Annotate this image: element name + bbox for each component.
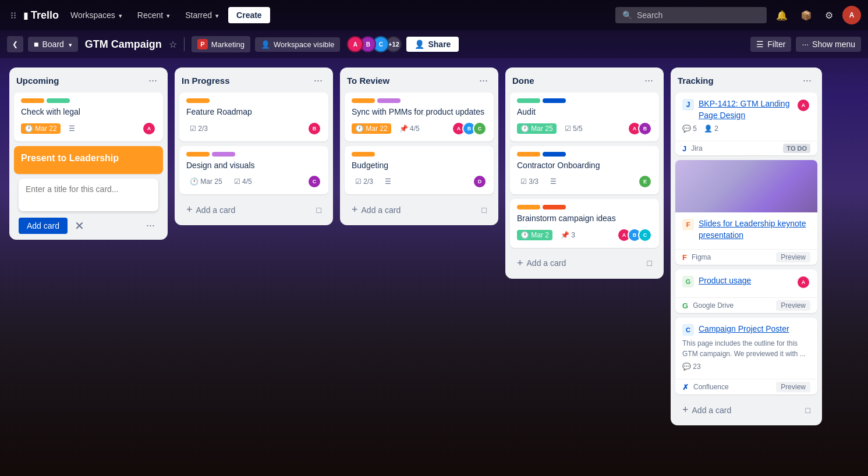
filter-button[interactable]: ☰ Filter — [750, 37, 791, 52]
figma-icon: F — [682, 219, 694, 230]
card-audit[interactable]: Audit 🕐 Mar 25 ☑ 5/5 A B — [510, 93, 659, 141]
preview-button-confluence[interactable]: Preview — [776, 382, 810, 392]
plus-icon: + — [352, 204, 358, 216]
star-board-button[interactable]: ☆ — [169, 39, 177, 50]
preview-button-figma[interactable]: Preview — [776, 252, 810, 262]
card-design-visuals[interactable]: Design and visuals 🕐 Mar 25 ☑ 4/5 C — [179, 146, 328, 195]
figma-source-icon: F — [682, 253, 687, 262]
comment-count: 💬 5 — [682, 125, 697, 133]
board-scroll[interactable]: Upcoming ··· Check with legal 🕐 Mar 22 ☰ — [0, 58, 868, 476]
source-name: Google Drive — [693, 301, 774, 310]
add-card-submit-button[interactable]: Add card — [19, 218, 68, 234]
card-due-badge: 🕐 Mar 2 — [517, 230, 552, 240]
visibility-button[interactable]: 👤 Workspace visible — [255, 37, 341, 52]
gdrive-icon: G — [682, 276, 694, 287]
add-card-tracking[interactable]: + Add a card □ — [675, 399, 817, 421]
card-title: Check with legal — [21, 106, 156, 118]
list-menu-tracking[interactable]: ··· — [799, 73, 815, 88]
tracking-card-product-usage[interactable]: G Product usage A G Google Drive Preview — [675, 269, 817, 313]
list-menu-in-progress[interactable]: ··· — [310, 73, 326, 88]
card-avatar-2: B — [638, 122, 652, 136]
card-template-icon: □ — [806, 406, 810, 415]
board-view-label: Board — [42, 40, 63, 49]
tracking-card-desc: This page includes the outline for this … — [682, 338, 810, 359]
user-avatar[interactable]: A — [842, 6, 861, 24]
settings-button[interactable]: ⚙ — [821, 6, 837, 24]
sidebar-toggle[interactable]: ❮ — [7, 36, 23, 52]
plus-icon: + — [517, 257, 523, 269]
preview-button-gdrive[interactable]: Preview — [776, 300, 810, 311]
plus-icon: + — [682, 404, 689, 416]
card-check-legal[interactable]: Check with legal 🕐 Mar 22 ☰ A — [14, 93, 163, 141]
card-avatar: B — [307, 122, 321, 136]
show-menu-button[interactable]: ··· Show menu — [796, 37, 861, 52]
list-in-progress: In Progress ··· Feature Roadmap ☑ 2/3 B — [175, 68, 333, 225]
board-icon: ■ — [34, 40, 38, 49]
workspace-button[interactable]: P Marketing — [192, 36, 250, 52]
workspace-label: Marketing — [211, 40, 245, 49]
add-card-to-review[interactable]: + Add a card □ — [345, 199, 494, 221]
search-icon: 🔍 — [622, 10, 632, 20]
show-menu-label: Show menu — [812, 40, 855, 49]
source-name: Jira — [691, 144, 781, 152]
list-menu-upcoming[interactable]: ··· — [145, 73, 161, 88]
label-orange — [352, 98, 375, 103]
notifications-button[interactable]: 🔔 — [773, 6, 791, 24]
member-avatar-1[interactable]: A — [347, 36, 363, 52]
starred-nav[interactable]: Starred — [179, 7, 225, 23]
card-desc-icon: ☰ — [65, 123, 79, 134]
label-orange — [186, 98, 210, 103]
list-title-upcoming: Upcoming — [16, 76, 145, 86]
board-view-button[interactable]: ■ Board — [28, 37, 78, 52]
card-present-leadership: Present to Leadership — [14, 146, 163, 174]
list-to-review: To Review ··· Sync with PMMs for product… — [340, 68, 498, 225]
tracking-card-image — [675, 160, 817, 212]
share-button[interactable]: 👤 Share — [406, 37, 459, 52]
create-button[interactable]: Create — [228, 7, 270, 23]
list-done: Done ··· Audit 🕐 Mar 25 ☑ 5/5 — [505, 68, 664, 279]
tracking-card-avatar: A — [796, 275, 810, 289]
card-title: Design and visuals — [186, 160, 321, 172]
tracking-card-bkp1412[interactable]: J BKP-1412: GTM Landing Page Design A 💬 … — [675, 93, 817, 155]
card-avatar-3: C — [638, 228, 652, 242]
recent-nav[interactable]: Recent — [132, 7, 176, 23]
card-checklist-badge: ☑ 3/3 — [517, 176, 542, 187]
card-avatar-3: C — [473, 122, 487, 136]
card-sync-pmms[interactable]: Sync with PMMs for product updates 🕐 Mar… — [345, 93, 494, 141]
card-contractor-onboarding[interactable]: Contractor Onboarding ☑ 3/3 ☰ E — [510, 146, 659, 195]
board-title: GTM Campaign — [85, 38, 162, 51]
divider — [184, 37, 185, 51]
member-count: 👤 2 — [704, 125, 718, 133]
trello-logo[interactable]: ▮ Trello — [23, 9, 59, 22]
tracking-card-slides[interactable]: F Slides for Leadership keynote presenta… — [675, 160, 817, 265]
add-card-done[interactable]: + Add a card □ — [510, 253, 659, 274]
trello-logo-icon: ▮ — [23, 10, 29, 21]
card-title: Contractor Onboarding — [517, 160, 652, 172]
card-budgeting[interactable]: Budgeting ☑ 2/3 ☰ D — [345, 146, 494, 195]
new-card-input[interactable] — [19, 179, 158, 211]
label-purple — [212, 152, 235, 157]
search-bar[interactable]: 🔍 — [615, 7, 767, 23]
add-card-cancel-button[interactable]: ✕ — [72, 216, 87, 235]
list-menu-to-review[interactable]: ··· — [476, 73, 491, 88]
card-avatar: E — [638, 175, 652, 189]
grid-icon-button[interactable]: ⁝⁝ — [7, 6, 20, 24]
card-checklist-badge: ☑ 4/5 — [231, 176, 256, 187]
card-avatar: C — [307, 175, 321, 189]
add-card-in-progress[interactable]: + Add a card □ — [179, 199, 328, 221]
source-name: Figma — [692, 253, 774, 261]
card-brainstorm[interactable]: Brainstorm campaign ideas 🕐 Mar 2 📌 3 A … — [510, 199, 659, 248]
trello-logo-text: Trello — [31, 9, 59, 22]
card-present-title: Present to Leadership — [21, 152, 156, 165]
new-card-more-button[interactable]: ··· — [143, 217, 158, 234]
list-menu-done[interactable]: ··· — [641, 73, 657, 88]
card-due-badge: 🕐 Mar 22 — [352, 123, 391, 134]
tracking-card-campaign-poster[interactable]: C Campaign Project Poster This page incl… — [675, 318, 817, 395]
tracking-card-title: Slides for Leadership keynote presentati… — [699, 218, 810, 241]
apps-button[interactable]: 📦 — [797, 6, 816, 24]
card-feature-roadmap[interactable]: Feature Roadmap ☑ 2/3 B — [179, 93, 328, 141]
card-title: Sync with PMMs for product updates — [352, 106, 487, 118]
new-card-form: Add card ✕ ··· — [19, 179, 158, 235]
workspaces-nav[interactable]: Workspaces — [65, 7, 128, 23]
search-input[interactable] — [637, 10, 753, 20]
